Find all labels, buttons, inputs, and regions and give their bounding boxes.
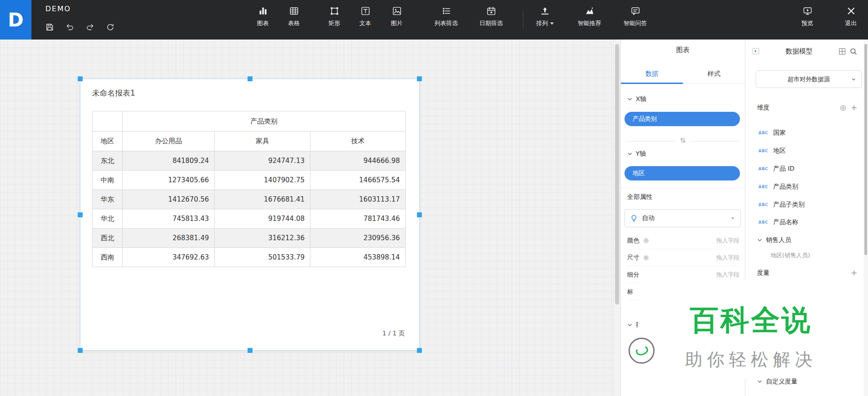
chart-mode-select[interactable]: 自动 [624, 209, 741, 227]
globe-icon[interactable] [840, 105, 846, 111]
value-cell: 841809.24 [123, 151, 215, 171]
datasource-select[interactable]: 超市对外数据源 [756, 70, 862, 88]
tab-style[interactable]: 样式 [683, 64, 745, 84]
resize-handle-bottom-left[interactable] [78, 348, 83, 353]
toolbar-item-rectangle[interactable]: 矩形 [328, 6, 340, 27]
x-axis-label: X轴 [636, 95, 647, 103]
exit-button[interactable]: 退出 [845, 6, 857, 27]
toolbar-label: 表格 [288, 19, 300, 27]
swap-axes-button[interactable] [677, 137, 690, 144]
dimension-child-item[interactable]: 地区(销售人员) [771, 249, 859, 262]
toolbar-label: 退出 [845, 19, 857, 27]
prop-row-color[interactable]: 颜色 拖入字段 [627, 232, 740, 249]
toolbar-item-table[interactable]: 表格 [288, 6, 300, 27]
toolbar-item-chart[interactable]: 图表 [257, 6, 269, 27]
x-axis-section-header[interactable]: X轴 [627, 94, 647, 105]
table-row: 西南 347692.63 501533.79 453898.14 [93, 248, 406, 267]
toolbar-label: 图表 [257, 19, 269, 27]
resize-handle-top-right[interactable] [417, 76, 422, 81]
dimension-label: 地区 [773, 147, 786, 155]
panel-toggle-icon[interactable] [752, 47, 760, 55]
selected-report-widget[interactable]: 未命名报表1 产品类别 地区 办公用品 家具 技术 东北 [80, 79, 419, 350]
dimension-item-product-subcategory[interactable]: ABC 产品子类别 [758, 196, 859, 214]
dimension-item-region[interactable]: ABC 地区 [758, 142, 859, 160]
dimension-child-label: 地区(销售人员) [771, 251, 810, 260]
drop-field-hint: 拖入字段 [716, 271, 740, 279]
y-axis-section-header[interactable]: Y轴 [627, 149, 646, 159]
toolbar-item-date-filter[interactable]: 日期筛选 [479, 6, 503, 27]
panel-scrollbar[interactable] [864, 40, 868, 396]
chevron-down-icon [627, 97, 633, 102]
value-cell: 924747.13 [215, 151, 310, 171]
toolbar-item-smart-qa[interactable]: 智能问答 [624, 6, 647, 27]
add-measure-icon[interactable] [851, 270, 857, 276]
value-cell: 1676681.41 [215, 190, 310, 209]
measures-section-header: 度量 [757, 268, 857, 278]
preview-button[interactable]: 预览 [802, 6, 813, 27]
dimension-group-salesperson[interactable]: 销售人员 [757, 231, 859, 249]
gear-icon[interactable] [643, 255, 649, 261]
dimension-item-country[interactable]: ABC 国家 [758, 124, 859, 142]
toolbar-item-smart-recommend[interactable]: 智能推荐 [578, 6, 601, 27]
resize-handle-left[interactable] [78, 212, 83, 217]
chevron-down-icon [851, 77, 856, 82]
undo-button[interactable] [65, 22, 75, 32]
gear-icon[interactable] [643, 238, 649, 244]
arrange-icon [540, 6, 550, 16]
dimension-item-product-id[interactable]: ABC 产品 ID [758, 160, 859, 178]
toolbar-item-text[interactable]: 文本 [359, 6, 371, 27]
toolbar-item-list-filter[interactable]: 列表筛选 [434, 6, 458, 27]
chevron-down-icon [757, 238, 762, 243]
value-cell: 1412670.56 [123, 190, 215, 209]
save-button[interactable] [45, 22, 54, 32]
toolbar-label: 日期筛选 [479, 19, 503, 27]
value-cell: 316212.36 [215, 229, 310, 248]
region-cell: 中南 [93, 171, 123, 190]
tab-data[interactable]: 数据 [621, 64, 683, 84]
drop-field-hint: 拖入字段 [716, 254, 740, 262]
dimension-item-product-name[interactable]: ABC 产品名称 [758, 213, 859, 231]
dimension-label: 产品 ID [773, 165, 794, 173]
refresh-icon [106, 22, 115, 32]
toolbar-label: 预览 [802, 19, 813, 27]
prop-row-size[interactable]: 尺寸 拖入字段 [627, 249, 740, 266]
region-cell: 西北 [93, 229, 123, 248]
toolbar-item-arrange[interactable]: 排列 [536, 6, 554, 27]
watermark-logo-mark [635, 344, 650, 357]
abc-type-icon: ABC [758, 149, 769, 153]
toolbar-item-image[interactable]: 图片 [391, 6, 403, 27]
abc-type-icon: ABC [758, 202, 769, 207]
prop-label: 颜色 [627, 237, 639, 245]
canvas-scrollbar-thumb[interactable] [615, 44, 619, 304]
design-canvas[interactable]: 未命名报表1 产品类别 地区 办公用品 家具 技术 东北 [0, 40, 613, 396]
drop-field-hint: 拖入字段 [716, 237, 740, 245]
search-icon[interactable] [850, 48, 857, 55]
value-cell: 1407902.75 [215, 171, 310, 190]
toolbar-label: 智能推荐 [578, 19, 601, 27]
canvas-scrollbar[interactable] [613, 40, 620, 396]
resize-handle-top[interactable] [248, 76, 252, 81]
dimension-item-product-category[interactable]: ABC 产品类别 [758, 178, 859, 196]
redo-button[interactable] [85, 22, 95, 32]
x-axis-field-pill[interactable]: 产品类别 [624, 112, 740, 126]
resize-handle-top-left[interactable] [78, 76, 83, 81]
add-dimension-icon[interactable] [851, 105, 857, 111]
prop-label: 细分 [627, 271, 639, 279]
resize-handle-bottom[interactable] [248, 348, 252, 353]
watermark-subtitle: 助你轻松解决 [638, 349, 864, 370]
undo-icon [65, 22, 75, 32]
column-header-cell: 家具 [215, 132, 310, 151]
table-grid-icon[interactable] [838, 48, 846, 55]
value-cell: 268381.49 [123, 229, 215, 248]
y-axis-field-pill[interactable]: 地区 [624, 166, 740, 180]
toolbar-label: 矩形 [328, 19, 340, 27]
image-icon [392, 6, 402, 16]
panel-scrollbar-thumb[interactable] [864, 44, 867, 255]
value-cell: 1466575.54 [310, 171, 406, 190]
abc-type-icon: ABC [758, 185, 769, 189]
resize-handle-right[interactable] [417, 212, 422, 217]
refresh-button[interactable] [106, 22, 115, 32]
abc-type-icon: ABC [758, 131, 769, 135]
dimension-label: 产品类别 [773, 183, 798, 191]
resize-handle-bottom-right[interactable] [417, 348, 422, 353]
